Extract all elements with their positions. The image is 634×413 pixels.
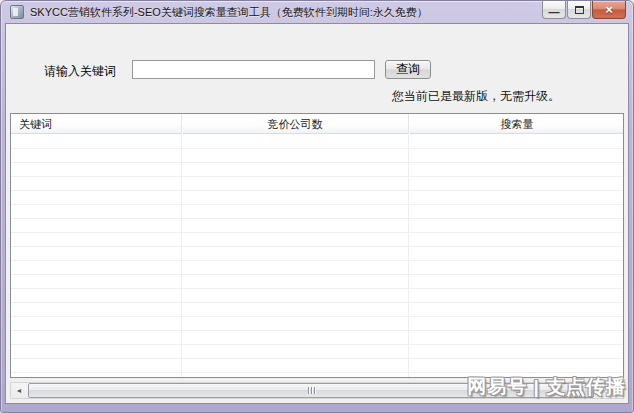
- query-button[interactable]: 查询: [385, 60, 431, 79]
- close-button[interactable]: ×: [592, 1, 626, 19]
- column-header-keyword[interactable]: 关键词: [11, 114, 181, 134]
- app-icon: [10, 5, 24, 19]
- minimize-icon: —: [543, 9, 565, 15]
- maximize-button[interactable]: [567, 1, 591, 19]
- app-window: SKYCC营销软件系列-SEO关键词搜索量查询工具（免费软件到期时间:永久免费）…: [0, 0, 634, 413]
- scroll-left-icon: ◄: [16, 387, 23, 394]
- window-controls: — ×: [541, 1, 626, 19]
- minimize-button[interactable]: —: [542, 1, 566, 19]
- keyword-input[interactable]: [132, 60, 375, 79]
- keyword-label: 请输入关键词: [44, 63, 116, 80]
- titlebar[interactable]: SKYCC营销软件系列-SEO关键词搜索量查询工具（免费软件到期时间:永久免费）…: [1, 1, 633, 23]
- column-divider-1: [181, 135, 182, 377]
- column-divider-2: [408, 135, 409, 377]
- update-status-text: 您当前已是最新版，无需升级。: [392, 88, 560, 105]
- window-title: SKYCC营销软件系列-SEO关键词搜索量查询工具（免费软件到期时间:永久免费）: [30, 5, 428, 20]
- table-header: 关键词 竞价公司数 搜索量: [11, 114, 623, 134]
- client-area: 请输入关键词 查询 您当前已是最新版，无需升级。 关键词 竞价公司数 搜索量 ◄: [5, 23, 629, 404]
- scrollbar-grip: [308, 387, 315, 394]
- results-table: 关键词 竞价公司数 搜索量: [10, 113, 624, 378]
- table-body: [11, 135, 623, 377]
- column-header-bidding-companies[interactable]: 竞价公司数: [181, 114, 408, 134]
- column-header-search-volume[interactable]: 搜索量: [408, 114, 625, 134]
- close-icon: ×: [605, 2, 613, 18]
- maximize-icon: [575, 6, 584, 14]
- watermark: 网易号 | 支点传播: [467, 374, 626, 400]
- scroll-left-button[interactable]: ◄: [11, 383, 27, 398]
